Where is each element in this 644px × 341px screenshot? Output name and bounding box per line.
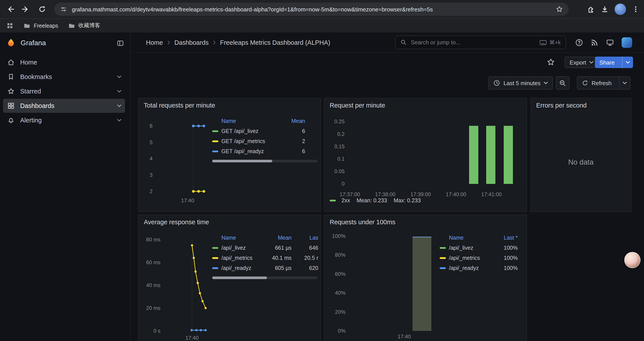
export-label: Export <box>570 59 586 66</box>
panel-errors-per-second: Errors per second No data <box>530 98 631 212</box>
sidebar-item-label: Home <box>20 59 37 66</box>
refresh-interval-caret[interactable] <box>619 77 630 89</box>
download-icon[interactable] <box>600 5 609 14</box>
star-icon <box>547 58 555 66</box>
svg-text:17:39:00: 17:39:00 <box>410 191 431 197</box>
svg-text:0 s: 0 s <box>154 328 160 334</box>
url-bar[interactable]: grafana.mathmast.com/d/deytv4rwavabkb/fr… <box>54 3 568 16</box>
svg-text:0.15: 0.15 <box>334 144 344 149</box>
url-text[interactable]: grafana.mathmast.com/d/deytv4rwavabkb/fr… <box>72 6 551 13</box>
sidebar-item-starred[interactable]: Starred <box>3 84 125 98</box>
legend-row[interactable]: /api/_livez100% <box>440 243 518 253</box>
legend-header: NameMean <box>212 116 305 126</box>
legend-row[interactable]: GET /api/_readyz6 <box>212 146 305 156</box>
svg-text:3: 3 <box>150 172 152 178</box>
browser-profile-avatar[interactable] <box>615 4 626 15</box>
chevron-down-icon[interactable] <box>117 104 122 107</box>
chevron-right-icon <box>213 40 216 45</box>
bar-plot: 0.250.20.150.10.05017:37:0017:38:0017:39… <box>324 98 528 212</box>
apps-grid-icon[interactable] <box>6 22 14 30</box>
bookmark-label: Freeleaps <box>34 23 58 29</box>
scrollbar-thumb[interactable] <box>212 276 267 279</box>
bell-icon <box>7 116 15 124</box>
sidebar-item-label: Starred <box>20 88 41 95</box>
svg-text:80%: 80% <box>335 252 346 258</box>
header-icons <box>575 33 632 53</box>
legend-scrollbar[interactable] <box>212 160 318 162</box>
monitor-icon[interactable] <box>606 39 614 47</box>
svg-text:17:40: 17:40 <box>181 197 194 203</box>
sidebar-header: Grafana <box>0 33 130 54</box>
help-icon[interactable] <box>575 39 583 47</box>
floating-avatar[interactable] <box>624 252 640 268</box>
svg-text:0%: 0% <box>338 328 346 334</box>
browser-menu-icon[interactable] <box>632 5 640 13</box>
sidebar-item-dashboards[interactable]: Dashboards <box>3 99 125 113</box>
svg-text:80 ms: 80 ms <box>146 237 160 242</box>
rss-icon[interactable] <box>590 39 598 47</box>
legend-row[interactable]: GET /api/_livez6 <box>212 126 305 136</box>
back-button[interactable] <box>4 3 17 15</box>
chevron-down-icon <box>544 82 548 84</box>
site-settings-icon[interactable] <box>60 5 68 13</box>
bookmark-icon <box>7 73 15 81</box>
svg-text:6: 6 <box>150 123 152 129</box>
panel-requests-under-100ms: Requests under 100ms 100%80%60%40%20%0%1… <box>324 215 527 341</box>
series-color-chip <box>440 247 446 249</box>
sidebar-toggle-icon[interactable] <box>116 39 124 47</box>
sidebar-item-bookmarks[interactable]: Bookmarks <box>3 70 125 84</box>
bookmark-folder-blogs[interactable]: 收藏博客 <box>68 22 100 30</box>
panel-title[interactable]: Errors per second <box>536 102 587 109</box>
chevron-down-icon[interactable] <box>117 119 122 122</box>
time-range-picker[interactable]: Last 5 minutes <box>488 76 553 90</box>
screen: grafana.mathmast.com/d/deytv4rwavabkb/fr… <box>0 0 644 341</box>
dashboard-actions-row: Export Share <box>131 53 644 73</box>
forward-button[interactable] <box>19 3 32 15</box>
svg-text:2: 2 <box>150 188 152 194</box>
search-input[interactable]: Search or jump to... ⌘+k <box>395 36 566 49</box>
legend-row[interactable]: /api/_metrics100% <box>440 253 518 263</box>
zoom-out-button[interactable] <box>556 76 570 90</box>
bookmark-folder-freeleaps[interactable]: Freeleaps <box>23 22 58 30</box>
svg-text:60%: 60% <box>335 271 346 277</box>
series-name[interactable]: 2xx <box>342 197 350 204</box>
bookmark-star-icon[interactable] <box>556 5 563 13</box>
sidebar-item-alerting[interactable]: Alerting <box>3 113 125 127</box>
svg-text:0.2: 0.2 <box>337 131 344 137</box>
sidebar-item-label: Dashboards <box>20 102 54 109</box>
legend-table[interactable]: NameLast */api/_livez100%/api/_metrics10… <box>440 233 518 273</box>
scrollbar-thumb[interactable] <box>212 160 272 162</box>
chevron-down-icon[interactable] <box>117 90 122 93</box>
sidebar-item-home[interactable]: Home <box>3 55 125 69</box>
grafana-header: Home Dashboards Freeleaps Metrics Dashbo… <box>131 33 644 53</box>
svg-text:20 ms: 20 ms <box>146 305 160 311</box>
series-color-chip <box>212 150 218 152</box>
breadcrumb-home[interactable]: Home <box>146 39 163 46</box>
extensions-icon[interactable] <box>586 5 595 14</box>
legend-row[interactable]: /api/_livez661 µs646 <box>212 243 318 253</box>
grafana-logo[interactable] <box>6 38 16 48</box>
series-max: Max: 0.233 <box>394 197 421 204</box>
legend-row[interactable]: /api/_readyz100% <box>440 263 518 273</box>
svg-text:0: 0 <box>342 181 344 187</box>
breadcrumb-dashboards[interactable]: Dashboards <box>174 39 208 46</box>
legend-row[interactable]: GET /api/_metrics2 <box>212 136 305 146</box>
no-data-message: No data <box>531 158 631 166</box>
user-avatar[interactable] <box>622 37 632 48</box>
chevron-down-icon[interactable] <box>117 76 122 78</box>
svg-text:17:40: 17:40 <box>186 335 198 341</box>
series-mean: Mean: 0.233 <box>357 197 387 204</box>
favorite-dashboard-button[interactable] <box>547 58 555 66</box>
time-range-label: Last 5 minutes <box>504 80 540 86</box>
chevron-right-icon <box>167 40 170 45</box>
export-button[interactable]: Export <box>565 57 598 68</box>
legend-scrollbar[interactable] <box>212 276 318 279</box>
legend-row[interactable]: /api/_readyz605 µs620 <box>212 263 318 273</box>
share-menu-caret[interactable] <box>622 57 633 68</box>
refresh-button[interactable]: Refresh <box>577 76 630 90</box>
legend-row[interactable]: /api/_metrics40.1 ms20.5 r <box>212 253 318 263</box>
share-button[interactable]: Share <box>595 57 633 68</box>
legend-table[interactable]: NameMeanLas/api/_livez661 µs646/api/_met… <box>212 233 318 273</box>
reload-button[interactable] <box>36 3 48 15</box>
legend-table[interactable]: NameMeanGET /api/_livez6GET /api/_metric… <box>212 116 305 156</box>
